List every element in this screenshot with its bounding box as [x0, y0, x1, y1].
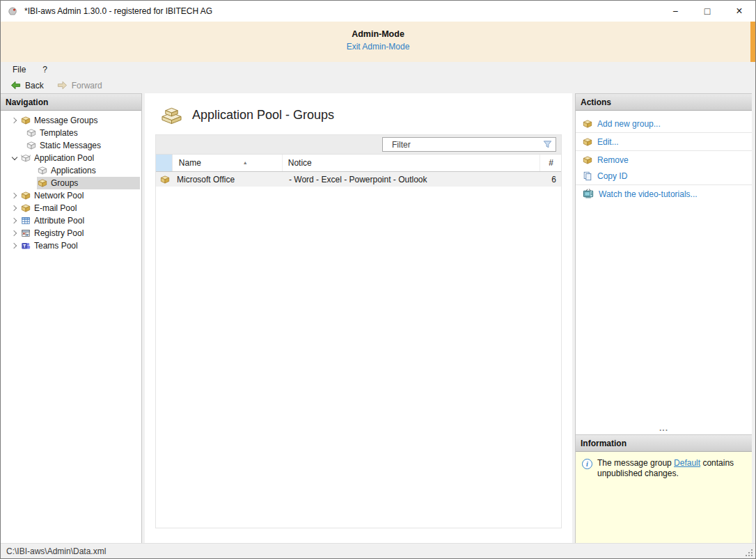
chevron-collapsed-icon[interactable]	[9, 227, 20, 239]
icon-column-header[interactable]	[156, 155, 173, 171]
nav-item-attribute-pool[interactable]: Attribute Pool	[1, 214, 141, 227]
filter-funnel-icon[interactable]	[542, 139, 553, 150]
panel-splitter-grip[interactable]: ...	[576, 425, 752, 434]
navigation-header: Navigation	[1, 93, 141, 111]
nav-item-label: Static Messages	[40, 141, 101, 150]
cell-count: 6	[543, 175, 564, 184]
nav-item-teams-pool[interactable]: Teams Pool	[1, 239, 141, 252]
chevron-collapsed-icon[interactable]	[9, 189, 20, 202]
chevron-spacer	[26, 177, 37, 189]
maximize-icon: □	[704, 6, 710, 17]
chevron-spacer	[15, 139, 26, 152]
nav-item-groups[interactable]: Groups	[1, 177, 141, 189]
action-add-new-group[interactable]: Add new group...	[576, 116, 752, 132]
chevron-collapsed-icon[interactable]	[9, 114, 20, 127]
maximize-button[interactable]: □	[691, 1, 723, 22]
data-file-path: C:\IBI-aws\Admin\Data.xml	[6, 546, 106, 556]
nav-item-label: Attribute Pool	[34, 216, 84, 226]
status-bar: C:\IBI-aws\Admin\Data.xml	[1, 543, 755, 558]
nav-item-label: Groups	[51, 178, 78, 188]
cell-notice: - Word - Excel - Powerpoint - Outlook	[283, 175, 543, 184]
back-button[interactable]: Back	[10, 80, 44, 90]
window-controls: − □ ×	[659, 1, 755, 22]
action-remove[interactable]: Remove	[576, 152, 752, 168]
actions-separator	[576, 150, 752, 151]
table-header: Name Notice #	[156, 155, 561, 172]
chevron-collapsed-icon[interactable]	[9, 214, 20, 227]
teams-pool-icon	[21, 241, 31, 251]
nav-item-e-mail-pool[interactable]: E-mail Pool	[1, 202, 141, 214]
chevron-collapsed-icon[interactable]	[9, 202, 20, 214]
nav-item-static-messages[interactable]: Static Messages	[1, 139, 141, 152]
admin-mode-title: Admin-Mode	[1, 29, 755, 39]
registry-pool-icon	[21, 228, 31, 238]
static-messages-icon	[26, 141, 36, 150]
video-tutorials-icon	[583, 189, 594, 199]
network-pool-icon	[21, 191, 31, 200]
filter-input[interactable]	[382, 137, 556, 152]
column-header-notice[interactable]: Notice	[283, 155, 540, 171]
navigation-panel: Navigation Message GroupsTemplatesStatic…	[1, 93, 142, 543]
chevron-spacer	[15, 127, 26, 139]
minimize-button[interactable]: −	[659, 1, 691, 22]
action-copy-id[interactable]: Copy ID	[576, 168, 752, 184]
nav-item-label: Network Pool	[34, 191, 84, 200]
app-icon	[7, 6, 18, 17]
actions-header: Actions	[576, 93, 752, 111]
table-row-microsoft-office[interactable]: Microsoft Office- Word - Excel - Powerpo…	[156, 172, 561, 187]
action-edit[interactable]: Edit...	[576, 134, 752, 150]
column-label-count: #	[549, 158, 553, 168]
column-label-notice: Notice	[288, 158, 312, 168]
groups-icon	[38, 178, 47, 188]
action-label[interactable]: Edit...	[597, 137, 619, 147]
banner-accent-bar	[750, 22, 755, 62]
column-header-name[interactable]: Name	[173, 155, 283, 171]
information-header: Information	[576, 434, 752, 452]
action-watch-the-video-tutorials[interactable]: Watch the video-tutorials...	[576, 186, 752, 202]
minimize-icon: −	[672, 6, 678, 17]
menu-help[interactable]: ?	[42, 65, 47, 74]
stacked-groups-icon	[160, 105, 183, 125]
action-label[interactable]: Add new group...	[597, 119, 661, 129]
exit-admin-mode-link[interactable]: Exit Admin-Mode	[1, 42, 755, 52]
chevron-expanded-icon[interactable]	[9, 152, 20, 164]
attribute-pool-icon	[21, 216, 31, 226]
action-label[interactable]: Remove	[597, 155, 629, 165]
edit-icon	[583, 137, 592, 147]
group-row-icon	[160, 175, 170, 184]
nav-item-application-pool[interactable]: Application Pool	[1, 152, 141, 164]
groups-table: Name Notice # Microsoft Office- Word - E…	[155, 134, 562, 528]
nav-item-label: Application Pool	[34, 153, 94, 163]
nav-item-label: Templates	[40, 128, 78, 138]
close-icon: ×	[736, 5, 742, 17]
nav-item-templates[interactable]: Templates	[1, 127, 141, 139]
content-header: Application Pool - Groups	[145, 93, 572, 125]
content-panel: Application Pool - Groups Name	[145, 93, 572, 543]
right-panel: Actions Add new group...Edit...RemoveCop…	[575, 93, 752, 543]
info-text-before: The message group	[597, 458, 674, 468]
templates-icon	[26, 128, 36, 138]
toolbar: Back Forward	[1, 77, 755, 93]
action-label[interactable]: Copy ID	[597, 171, 627, 181]
remove-icon	[583, 155, 592, 165]
nav-item-registry-pool[interactable]: Registry Pool	[1, 227, 141, 239]
info-icon	[582, 459, 592, 469]
close-button[interactable]: ×	[723, 1, 755, 22]
sort-ascending-icon	[243, 160, 248, 165]
nav-item-label: Applications	[51, 166, 96, 175]
chevron-collapsed-icon[interactable]	[9, 239, 20, 252]
nav-item-message-groups[interactable]: Message Groups	[1, 114, 141, 127]
nav-item-label: Teams Pool	[34, 241, 78, 251]
column-header-count[interactable]: #	[540, 155, 561, 171]
default-message-group-link[interactable]: Default	[674, 458, 700, 468]
nav-item-applications[interactable]: Applications	[1, 164, 141, 177]
add-group-icon	[583, 119, 592, 129]
forward-arrow-icon	[56, 80, 68, 90]
menu-file[interactable]: File	[13, 65, 26, 74]
main-region: Navigation Message GroupsTemplatesStatic…	[1, 93, 755, 543]
resize-grip-icon[interactable]	[744, 548, 753, 557]
nav-item-network-pool[interactable]: Network Pool	[1, 189, 141, 202]
forward-button[interactable]: Forward	[56, 80, 102, 90]
action-label[interactable]: Watch the video-tutorials...	[599, 189, 698, 199]
nav-item-label: Message Groups	[34, 116, 97, 125]
